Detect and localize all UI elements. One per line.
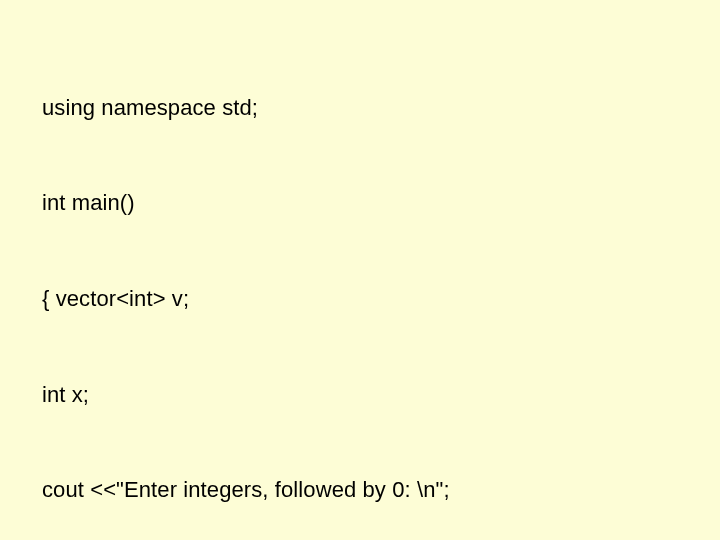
code-line: using namespace std; (42, 92, 720, 124)
code-line: { vector<int> v; (42, 283, 720, 315)
code-line: cout <<"Enter integers, followed by 0: \… (42, 474, 720, 506)
slide: using namespace std; int main() { vector… (0, 0, 720, 540)
code-line: int x; (42, 379, 720, 411)
code-line: int main() (42, 187, 720, 219)
code-block: using namespace std; int main() { vector… (42, 28, 720, 540)
